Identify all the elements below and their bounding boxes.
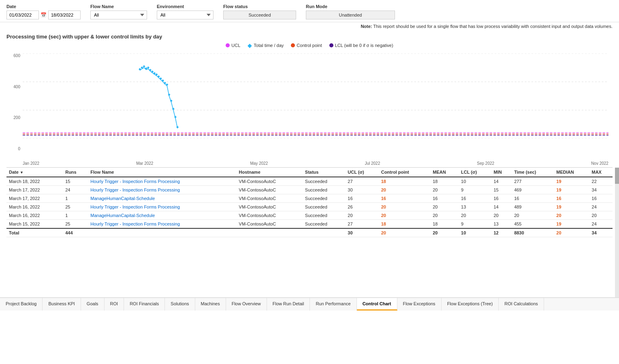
cell-mean: 16 — [430, 194, 459, 203]
cell-time-sec: 277 — [512, 177, 554, 186]
cell-status: Succeeded — [303, 194, 346, 203]
cell-hostname: VM-ContosoAutoC — [237, 211, 303, 220]
bottom-tab-control-chart[interactable]: Control Chart — [357, 298, 397, 311]
bottom-tab-machines[interactable]: Machines — [195, 298, 226, 311]
date-to-input[interactable] — [48, 11, 81, 19]
bottom-tab-flow-exceptions-tree[interactable]: Flow Exceptions (Tree) — [442, 298, 499, 311]
ucl-label: UCL — [231, 43, 240, 48]
cell-ucl: 26 — [345, 203, 378, 211]
calendar-icon[interactable]: 📅 — [41, 12, 47, 18]
bottom-tab-flow-run-detail[interactable]: Flow Run Detail — [267, 298, 310, 311]
cell-ucl: 27 — [345, 177, 378, 186]
bottom-tab-goals[interactable]: Goals — [81, 298, 105, 311]
note-label: Note: — [361, 24, 372, 29]
cell-status: Succeeded — [303, 203, 346, 211]
cell-hostname: VM-ContosoAutoC — [237, 194, 303, 203]
cell-lcl: 9 — [459, 220, 491, 229]
bottom-tab-flow-overview[interactable]: Flow Overview — [226, 298, 267, 311]
cell-flow-name[interactable]: Hourly Trigger - Inspection Forms Proces… — [88, 220, 236, 229]
total-hostname — [237, 228, 303, 237]
cell-runs: 1 — [63, 194, 88, 203]
chart-x-labels: Jan 2022 Mar 2022 May 2022 Jul 2022 Sep … — [23, 161, 608, 166]
control-point-label: Control point — [297, 43, 322, 48]
bottom-tab-roi[interactable]: ROI — [105, 298, 124, 311]
cell-runs: 24 — [63, 186, 88, 194]
cell-control-point: 16 — [379, 194, 431, 203]
bottom-tab-flow-exceptions[interactable]: Flow Exceptions — [397, 298, 442, 311]
table-row: March 16, 2022 25 Hourly Trigger - Inspe… — [6, 203, 613, 211]
cell-lcl: 10 — [459, 177, 491, 186]
table-row: March 15, 2022 25 Hourly Trigger - Inspe… — [6, 220, 613, 229]
environment-label: Environment — [157, 4, 213, 9]
cell-status: Succeeded — [303, 177, 346, 186]
table-row: March 18, 2022 15 Hourly Trigger - Inspe… — [6, 177, 613, 186]
total-time-sec: 8830 — [512, 228, 554, 237]
col-lcl: LCL (σ) — [459, 168, 491, 177]
cell-flow-name[interactable]: Hourly Trigger - Inspection Forms Proces… — [88, 177, 236, 186]
cell-hostname: VM-ContosoAutoC — [237, 177, 303, 186]
col-status: Status — [303, 168, 346, 177]
bottom-tab-project-backlog[interactable]: Project Backlog — [0, 298, 43, 311]
run-mode-filter-group: Run Mode Unattended — [306, 4, 395, 19]
chart-legend: UCL ◆ Total time / day Control point LCL… — [6, 42, 613, 49]
cell-time-sec: 455 — [512, 220, 554, 229]
cell-max: 16 — [589, 194, 613, 203]
svg-marker-19 — [164, 82, 166, 84]
flow-status-button[interactable]: Succeeded — [223, 11, 296, 19]
ucl-dot — [226, 43, 230, 47]
bottom-tab-solutions[interactable]: Solutions — [165, 298, 195, 311]
data-table: Date ▼ Runs Flow Name Hostname Status UC… — [6, 168, 613, 237]
x-label-jul: Jul 2022 — [365, 161, 380, 166]
x-label-nov: Nov 2022 — [591, 161, 608, 166]
bottom-tab-run-performance[interactable]: Run Performance — [310, 298, 356, 311]
total-median: 20 — [554, 228, 589, 237]
cell-min: 15 — [491, 186, 512, 194]
chart-section: Processing time (sec) with upper & lower… — [0, 30, 619, 168]
cell-time-sec: 20 — [512, 211, 554, 220]
cell-median: 19 — [554, 186, 589, 194]
col-hostname: Hostname — [237, 168, 303, 177]
scrollbar-track[interactable] — [615, 168, 619, 297]
col-runs: Runs — [63, 168, 88, 177]
flow-name-select[interactable]: All — [90, 11, 147, 19]
svg-marker-23 — [172, 108, 175, 110]
cell-mean: 18 — [430, 220, 459, 229]
svg-marker-17 — [160, 77, 162, 80]
y-label-600: 600 — [13, 53, 20, 58]
x-label-mar: Mar 2022 — [136, 161, 153, 166]
cell-median: 16 — [554, 194, 589, 203]
svg-marker-9 — [143, 65, 145, 68]
run-mode-button[interactable]: Unattended — [306, 11, 395, 19]
cell-min: 20 — [491, 211, 512, 220]
cell-status: Succeeded — [303, 220, 346, 229]
cell-control-point: 20 — [379, 211, 431, 220]
data-table-section: Date ▼ Runs Flow Name Hostname Status UC… — [0, 168, 619, 297]
cell-flow-name[interactable]: ManageHumanCapital-Schedule — [88, 211, 236, 220]
bottom-tab-roi-calculations[interactable]: ROI Calculations — [499, 298, 544, 311]
table-row: March 17, 2022 24 Hourly Trigger - Inspe… — [6, 186, 613, 194]
scrollbar-thumb[interactable] — [615, 168, 619, 184]
cell-control-point: 18 — [379, 220, 431, 229]
cell-flow-name[interactable]: ManageHumanCapital-Schedule — [88, 194, 236, 203]
cell-flow-name[interactable]: Hourly Trigger - Inspection Forms Proces… — [88, 186, 236, 194]
cell-flow-name[interactable]: Hourly Trigger - Inspection Forms Proces… — [88, 203, 236, 211]
cell-min: 13 — [491, 220, 512, 229]
flow-status-label: Flow status — [223, 4, 296, 9]
bottom-tab-roi-financials[interactable]: ROI Financials — [124, 298, 165, 311]
col-time-sec: Time (sec) — [512, 168, 554, 177]
date-from-input[interactable] — [6, 11, 39, 19]
y-label-200: 200 — [13, 115, 20, 120]
cell-date: March 17, 2022 — [6, 186, 63, 194]
cell-ucl: 16 — [345, 194, 378, 203]
svg-marker-16 — [158, 75, 160, 78]
total-time-diamond: ◆ — [248, 42, 252, 49]
bottom-tab-business-kpi[interactable]: Business KPI — [43, 298, 81, 311]
environment-select[interactable]: All — [157, 11, 213, 19]
svg-marker-25 — [176, 126, 179, 128]
svg-marker-12 — [149, 69, 152, 71]
cell-lcl: 20 — [459, 211, 491, 220]
cell-max: 22 — [589, 177, 613, 186]
col-date[interactable]: Date ▼ — [6, 168, 63, 177]
chart-title: Processing time (sec) with upper & lower… — [6, 34, 613, 40]
date-label: Date — [6, 4, 81, 9]
